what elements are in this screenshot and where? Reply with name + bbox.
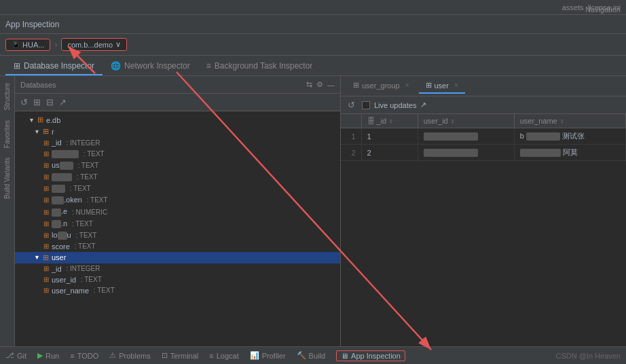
todo-icon: ≡ bbox=[70, 352, 74, 360]
user-id-col-label: user_id bbox=[424, 117, 448, 125]
tree-table-r[interactable]: ▼ ⊞ r bbox=[15, 126, 340, 137]
nav-label: Navigation bbox=[585, 5, 621, 14]
status-terminal[interactable]: ⊡ Terminal bbox=[162, 351, 199, 360]
table-view-button[interactable]: ⊞ bbox=[32, 96, 42, 108]
tab-database[interactable]: ⊞ Database Inspector bbox=[5, 58, 103, 75]
build-icon: 🔨 bbox=[297, 351, 306, 360]
app-inspection-status-label: App Inspection bbox=[351, 352, 401, 360]
left-panel: Databases ⇆ ⚙ — ↺ ⊞ ⊟ ↗ ▼ ⊞ e.db bbox=[15, 76, 341, 346]
status-right-text: CSDN @In Heaven bbox=[555, 352, 621, 360]
ug-label: user_group bbox=[362, 81, 400, 90]
user-field-name1: _id bbox=[52, 265, 62, 273]
tree-field-numeric[interactable]: ⊞ .e : NUMERIC bbox=[15, 206, 340, 217]
table-row: 1 1 b 测试张 bbox=[341, 128, 626, 145]
field-name9: lou bbox=[52, 231, 71, 240]
tree-field-id-r[interactable]: ⊞ _id : INTEGER bbox=[15, 137, 340, 148]
device-name: HUA... bbox=[22, 41, 44, 49]
tree-field-na[interactable]: ⊞ us : TEXT bbox=[15, 160, 340, 171]
live-updates-export-icon[interactable]: ↗ bbox=[420, 101, 426, 109]
todo-label: TODO bbox=[77, 352, 99, 360]
logcat-icon: ≡ bbox=[209, 352, 213, 360]
tree-field-score[interactable]: ⊞ score : TEXT bbox=[15, 241, 340, 252]
field-name: _id bbox=[52, 139, 62, 147]
refresh-table-button[interactable]: ↺ bbox=[346, 99, 356, 111]
u-close[interactable]: × bbox=[454, 81, 458, 89]
tree-user-user_id[interactable]: ⊞ user_id : TEXT bbox=[15, 274, 340, 285]
tree-field-blank2[interactable]: ⊞ : TEXT bbox=[15, 183, 340, 194]
tree-db-item[interactable]: ▼ ⊞ e.db bbox=[15, 114, 340, 126]
tab-row: ⊞ Database Inspector 🌐 Network Inspector… bbox=[0, 56, 626, 76]
tree-field-us[interactable]: ⊞ : TEXT bbox=[15, 148, 340, 160]
field-icon10: ⊞ bbox=[43, 242, 49, 250]
col-user-id[interactable]: user_id ⬍ bbox=[418, 114, 514, 128]
status-problems[interactable]: ⚠ Problems bbox=[109, 351, 150, 360]
row-num-1: 1 bbox=[341, 128, 361, 145]
tree-field-blank[interactable]: ⊞ : TEXT bbox=[15, 171, 340, 183]
field-icon: ⊞ bbox=[43, 139, 49, 147]
status-todo[interactable]: ≡ TODO bbox=[70, 352, 98, 360]
status-profiler[interactable]: 📊 Profiler bbox=[250, 351, 286, 360]
tab-network[interactable]: 🌐 Network Inspector bbox=[103, 58, 198, 75]
col-row-num bbox=[341, 114, 361, 128]
db-name: e.db bbox=[46, 116, 60, 124]
user-field-icon3: ⊞ bbox=[43, 287, 49, 294]
refresh-db-button[interactable]: ↺ bbox=[19, 96, 29, 108]
logcat-label: Logcat bbox=[217, 352, 239, 360]
cell-id-1: 1 bbox=[361, 128, 418, 145]
device-pill[interactable]: 📱 HUA... bbox=[5, 39, 50, 51]
cell-user-id-2 bbox=[418, 145, 514, 161]
tree-table-user[interactable]: ▼ ⊞ user bbox=[15, 252, 340, 263]
app-inspection-icon: 🖥 bbox=[341, 352, 348, 360]
field-name10: score bbox=[52, 242, 70, 251]
field-name2 bbox=[52, 149, 79, 158]
ug-close[interactable]: × bbox=[405, 81, 409, 89]
rtab-user[interactable]: ⊞ user × bbox=[419, 78, 465, 94]
side-icon-favorites[interactable]: Favorites bbox=[2, 116, 12, 152]
column-view-button[interactable]: ⊟ bbox=[45, 96, 55, 108]
sync-icon[interactable]: ⇆ bbox=[306, 80, 312, 89]
side-icon-build-variants[interactable]: Build Variants bbox=[2, 153, 12, 203]
cell-user-name-2: 阿莫 bbox=[514, 145, 625, 161]
table-user-name: user bbox=[52, 253, 66, 261]
table-r-icon: ⊞ bbox=[43, 127, 49, 136]
field-name7: .e bbox=[52, 207, 67, 216]
db-icon: ⊞ bbox=[37, 115, 43, 124]
rtab-user-group[interactable]: ⊞ user_group × bbox=[346, 78, 416, 94]
status-logcat[interactable]: ≡ Logcat bbox=[209, 352, 238, 360]
col-id[interactable]: 🗄 _id ⬍ bbox=[361, 114, 418, 128]
status-app-inspection[interactable]: 🖥 App Inspection bbox=[336, 350, 405, 361]
cell-user-name-1: b 测试张 bbox=[514, 128, 625, 145]
live-updates-checkbox[interactable] bbox=[362, 101, 370, 109]
user-name-col-label: user_name bbox=[520, 117, 557, 125]
database-tab-label: Database Inspector bbox=[24, 61, 94, 71]
settings-icon[interactable]: ⚙ bbox=[316, 80, 323, 89]
field-icon7: ⊞ bbox=[43, 208, 49, 216]
id-col-label: _id bbox=[377, 117, 387, 125]
app-pill[interactable]: com.b...demo ∨ bbox=[61, 38, 127, 51]
col-user-name[interactable]: user_name ⬍ bbox=[514, 114, 625, 128]
tree-field-token[interactable]: ⊞ .oken : TEXT bbox=[15, 194, 340, 206]
terminal-icon: ⊡ bbox=[162, 351, 168, 360]
device-selector-row: 📱 HUA... › com.b...demo ∨ bbox=[0, 34, 626, 56]
data-table: 🗄 _id ⬍ user_id ⬍ user_name ⬍ bbox=[341, 114, 626, 346]
status-git[interactable]: ⎇ Git bbox=[5, 351, 26, 360]
databases-label: Databases bbox=[20, 81, 56, 89]
tree-field-lou[interactable]: ⊞ lou : TEXT bbox=[15, 230, 340, 241]
tab-background[interactable]: ≡ Background Task Inspector bbox=[198, 58, 321, 75]
database-tab-icon: ⊞ bbox=[14, 61, 20, 71]
run-icon: ▶ bbox=[37, 351, 43, 360]
git-icon: ⎇ bbox=[5, 351, 14, 360]
export-button[interactable]: ↗ bbox=[58, 96, 68, 108]
tree-user-id[interactable]: ⊞ _id : INTEGER bbox=[15, 263, 340, 274]
user-id-sort-icon: ⬍ bbox=[450, 118, 456, 125]
app-inspection-header: App Inspection bbox=[0, 15, 626, 34]
tree-user-user_name[interactable]: ⊞ user_name : TEXT bbox=[15, 285, 340, 296]
status-build[interactable]: 🔨 Build bbox=[297, 351, 325, 360]
right-panel-tabs: ⊞ user_group × ⊞ user × bbox=[341, 76, 626, 96]
left-panel-header: Databases ⇆ ⚙ — bbox=[15, 76, 340, 94]
tree-field-n[interactable]: ⊞ .n : TEXT bbox=[15, 218, 340, 230]
status-run[interactable]: ▶ Run bbox=[37, 351, 59, 360]
right-toolbar: ↺ Live updates ↗ bbox=[341, 96, 626, 114]
minimize-icon[interactable]: — bbox=[327, 81, 335, 89]
side-icon-structure[interactable]: Structure bbox=[2, 79, 12, 115]
